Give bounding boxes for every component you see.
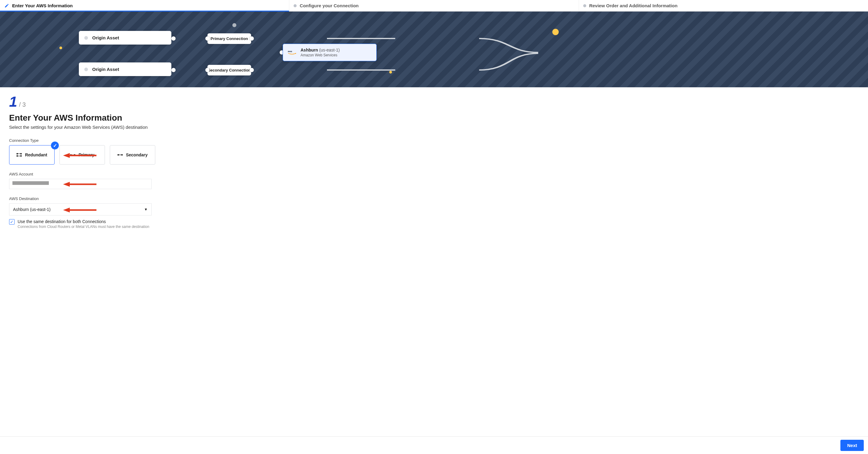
dest-name: Ashburn — [301, 47, 318, 53]
card-label: Redundant — [25, 153, 47, 157]
connection-type-label: Connection Type — [9, 138, 355, 143]
step-aws-info[interactable]: Enter Your AWS Information — [0, 0, 289, 11]
chevron-down-icon: ▼ — [144, 207, 148, 212]
aws-destination-label: AWS Destination — [9, 196, 355, 201]
card-label: Primary — [79, 153, 94, 157]
aws-destination-select[interactable]: Ashburn (us-east-1) ▼ — [9, 203, 152, 216]
port-icon — [205, 68, 210, 72]
redacted-value — [12, 181, 49, 185]
same-destination-checkbox[interactable]: ✓ — [9, 219, 14, 225]
same-destination-label: Use the same destination for both Connec… — [18, 219, 149, 224]
step-label: Review Order and Additional Information — [589, 3, 678, 8]
port-icon — [205, 36, 210, 41]
step-review[interactable]: Review Order and Additional Information — [579, 0, 868, 11]
svg-point-3 — [17, 156, 18, 156]
origin-asset-2: Origin Asset — [79, 62, 172, 76]
svg-point-8 — [122, 154, 123, 155]
node-label: Primary Connection — [211, 36, 248, 41]
redundant-icon — [17, 153, 22, 157]
progress-indicator: 1 / 3 — [9, 93, 355, 110]
wizard-stepper: Enter Your AWS Information Configure you… — [0, 0, 868, 11]
progress-current: 1 — [9, 93, 17, 110]
connection-type-redundant[interactable]: Redundant — [9, 145, 55, 165]
svg-point-4 — [21, 156, 22, 156]
svg-point-6 — [74, 154, 75, 155]
same-destination-help: Connections from Cloud Routers or Metal … — [18, 225, 149, 229]
svg-point-2 — [21, 153, 22, 154]
port-icon — [172, 36, 176, 41]
pencil-icon — [4, 3, 9, 8]
aws-icon: aws — [288, 50, 296, 55]
dest-provider: Amazon Web Services — [301, 53, 340, 57]
select-value: Ashburn (us-east-1) — [13, 207, 51, 212]
port-icon — [250, 36, 254, 41]
connection-type-primary[interactable]: Primary — [59, 145, 105, 165]
aws-destination-node: aws Ashburn (us-east-1) Amazon Web Servi… — [283, 44, 377, 61]
port-icon — [172, 68, 176, 72]
primary-icon — [70, 153, 75, 157]
aws-account-label: AWS Account — [9, 172, 355, 176]
port-icon — [250, 68, 254, 72]
svg-point-1 — [17, 153, 18, 154]
node-label: Origin Asset — [92, 67, 119, 72]
progress-total: / 3 — [19, 101, 26, 108]
secondary-connection-node: Secondary Connection — [208, 65, 251, 75]
page-subtitle: Select the settings for your Amazon Web … — [9, 125, 355, 130]
connection-type-group: Redundant Primary Secondary ✓ — [9, 145, 355, 165]
topology-diagram: Origin Asset Origin Asset Primary Connec… — [0, 11, 868, 87]
svg-text:aws: aws — [288, 50, 292, 53]
primary-connection-node: Primary Connection — [208, 33, 251, 44]
svg-point-7 — [118, 154, 119, 155]
node-label: Origin Asset — [92, 35, 119, 40]
aws-account-input[interactable] — [9, 179, 152, 189]
check-circle-icon: ✓ — [51, 141, 59, 150]
card-label: Secondary — [126, 153, 148, 157]
step-dot-icon — [293, 4, 297, 7]
step-dot-icon — [583, 4, 586, 7]
secondary-icon — [117, 153, 123, 157]
step-label: Enter Your AWS Information — [12, 3, 73, 8]
page-title: Enter Your AWS Information — [9, 113, 355, 123]
node-label: Secondary Connection — [208, 68, 251, 72]
dest-region: (us-east-1) — [319, 47, 340, 53]
step-label: Configure your Connection — [300, 3, 359, 8]
step-configure[interactable]: Configure your Connection — [289, 0, 579, 11]
origin-asset-1: Origin Asset — [79, 31, 172, 44]
connection-type-secondary[interactable]: Secondary — [110, 145, 155, 165]
node-dot-icon — [84, 36, 88, 40]
svg-point-5 — [70, 154, 71, 155]
node-dot-icon — [84, 68, 88, 71]
